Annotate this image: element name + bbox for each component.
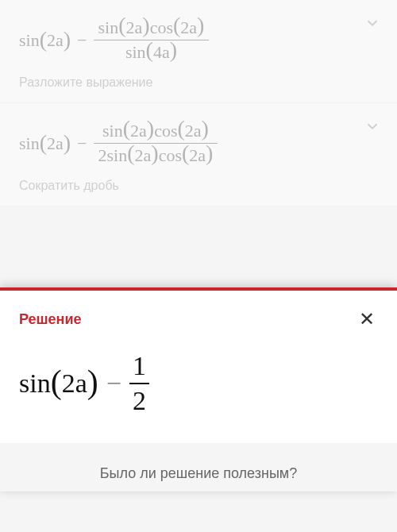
- fraction: sin(2a)cos(2a) 2sin(2a)cos(2a): [94, 119, 218, 168]
- denominator: 2: [129, 384, 149, 418]
- expression-2: sin ( 2a ) − sin(2a)cos(2a) 2sin(2a)cos(…: [19, 119, 378, 168]
- feedback-prompt: Было ли решение полезным?: [0, 443, 397, 492]
- step-2: sin ( 2a ) − sin(2a)cos(2a) 2sin(2a)cos(…: [0, 103, 397, 206]
- func-arg: 2a: [62, 368, 87, 399]
- fraction: sin(2a)cos(2a) sin(4a): [94, 16, 210, 64]
- numerator: sin(2a)cos(2a): [98, 119, 214, 143]
- chevron-down-icon[interactable]: [364, 14, 381, 35]
- expression-1: sin ( 2a ) − sin(2a)cos(2a) sin(4a): [19, 16, 378, 64]
- numerator: sin(2a)cos(2a): [94, 16, 210, 40]
- close-button[interactable]: ✕: [356, 305, 378, 333]
- func-name: sin: [19, 368, 51, 399]
- step-hint: Сократить дробь: [19, 179, 378, 193]
- solution-body: sin ( 2a ) − 1 2: [0, 340, 397, 443]
- denominator: 2sin(2a)cos(2a): [94, 144, 218, 168]
- denominator: sin(4a): [121, 40, 182, 64]
- solution-title: Решение: [19, 311, 82, 328]
- minus-sign: −: [77, 30, 87, 51]
- step-hint: Разложите выражение: [19, 75, 378, 90]
- func-arg: 2a: [47, 30, 64, 51]
- solution-header: Решение ✕: [0, 291, 397, 340]
- func-name: sin: [19, 30, 40, 51]
- minus-sign: −: [106, 368, 121, 399]
- func-name: sin: [19, 133, 40, 154]
- minus-sign: −: [77, 133, 87, 154]
- step-1: sin ( 2a ) − sin(2a)cos(2a) sin(4a) Разл…: [0, 0, 397, 103]
- solution-fraction: 1 2: [129, 349, 149, 418]
- chevron-down-icon[interactable]: [364, 118, 381, 138]
- close-icon: ✕: [359, 308, 375, 330]
- numerator: 1: [129, 349, 149, 383]
- solution-card: Решение ✕ sin ( 2a ) − 1 2 Было ли решен…: [0, 287, 397, 492]
- solution-expression: sin ( 2a ) − 1 2: [19, 349, 378, 418]
- func-arg: 2a: [47, 133, 64, 154]
